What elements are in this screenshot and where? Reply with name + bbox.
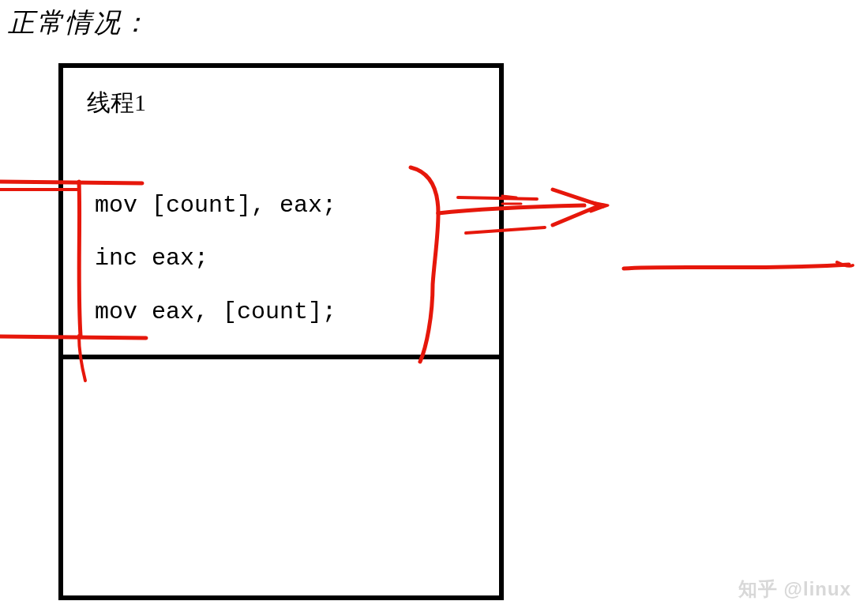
thread-label: 线程1 — [87, 87, 146, 119]
code-line-2: inc eax; — [95, 245, 208, 272]
watermark: 知乎 @linux — [738, 577, 851, 602]
code-line-1: mov [count], eax; — [95, 192, 336, 219]
diagram-title: 正常情况： — [8, 5, 150, 41]
box-divider — [63, 355, 504, 359]
thread-box — [58, 63, 504, 600]
code-line-3: mov eax, [count]; — [95, 299, 336, 325]
